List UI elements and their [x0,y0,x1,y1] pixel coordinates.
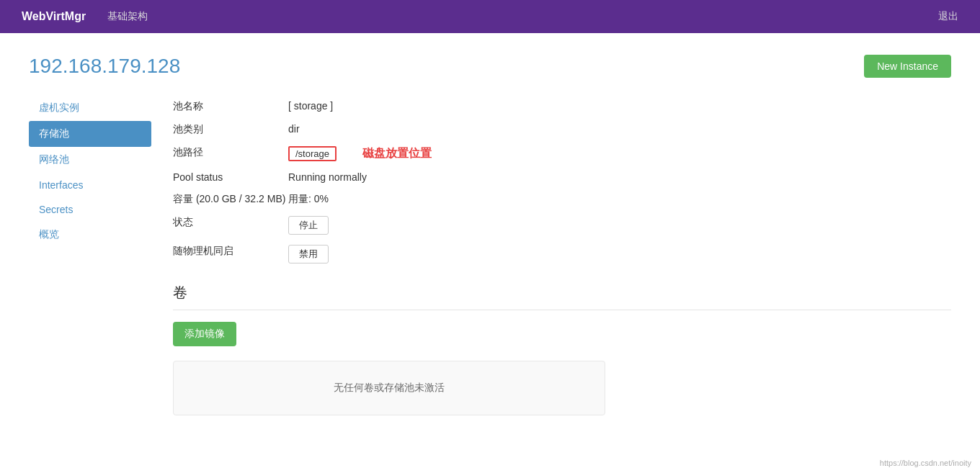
value-pool-status: Running normally [288,171,367,183]
disable-button[interactable]: 禁用 [288,245,329,263]
sidebar-item-storage-pool[interactable]: 存储池 [29,121,151,147]
detail-row-capacity: 容量 (20.0 GB / 32.2 MB) 用量: 0% [173,188,951,211]
new-instance-button[interactable]: New Instance [864,55,951,78]
detail-row-autostart: 随物理机同启 禁用 [173,240,951,269]
detail-row-state: 状态 停止 [173,211,951,240]
value-usage: 用量: 0% [288,193,329,206]
sidebar: 虚机实例 存储池 网络池 Interfaces Secrets 概览 [29,95,159,415]
sidebar-item-interfaces[interactable]: Interfaces [29,173,151,197]
value-pool-type: dir [288,123,300,135]
label-pool-type: 池类别 [173,123,288,136]
detail-row-pool-status: Pool status Running normally [173,166,951,188]
sidebar-item-secrets[interactable]: Secrets [29,197,151,222]
pool-path-row: /storage 磁盘放置位置 [288,146,432,161]
topnav: WebVirtMgr 基础架构 退出 [0,0,980,33]
label-pool-status: Pool status [173,171,288,183]
label-pool-name: 池名称 [173,100,288,113]
detail-panel: 池名称 [ storage ] 池类别 dir 池路径 /storage 磁盘放… [159,95,951,415]
autostart-buttons: 禁用 [288,245,329,263]
state-buttons: 停止 [288,216,329,235]
topnav-nav-link[interactable]: 基础架构 [107,10,148,23]
sidebar-item-overview[interactable]: 概览 [29,222,151,248]
value-pool-name: [ storage ] [288,100,333,112]
value-pool-path: /storage [288,146,337,161]
detail-row-pool-type: 池类别 dir [173,118,951,141]
sidebar-item-network-pool[interactable]: 网络池 [29,147,151,173]
sidebar-item-virtual-instances[interactable]: 虚机实例 [29,95,151,121]
topnav-logout[interactable]: 退出 [938,10,958,23]
volumes-section: 卷 添加镜像 无任何卷或存储池未激活 [173,283,951,415]
label-state: 状态 [173,216,288,229]
stop-button[interactable]: 停止 [288,216,329,235]
header-row: 192.168.179.128 New Instance [29,55,951,78]
volumes-title: 卷 [173,283,951,302]
empty-state-text: 无任何卷或存储池未激活 [334,382,445,393]
label-pool-path: 池路径 [173,146,288,159]
label-autostart: 随物理机同启 [173,245,288,258]
empty-state: 无任何卷或存储池未激活 [173,361,605,415]
page-title: 192.168.179.128 [29,55,180,78]
detail-row-pool-path: 池路径 /storage 磁盘放置位置 [173,141,951,166]
topnav-brand: WebVirtMgr [22,10,86,23]
add-image-button[interactable]: 添加镜像 [173,322,236,346]
layout: 虚机实例 存储池 网络池 Interfaces Secrets 概览 池名称 [… [29,95,951,415]
label-capacity: 容量 (20.0 GB / 32.2 MB) [173,193,288,206]
annotation-text: 磁盘放置位置 [362,146,432,161]
main-content: 192.168.179.128 New Instance 虚机实例 存储池 网络… [0,33,980,437]
detail-row-pool-name: 池名称 [ storage ] [173,95,951,118]
topnav-left: WebVirtMgr 基础架构 [22,10,148,23]
section-divider [173,310,951,310]
